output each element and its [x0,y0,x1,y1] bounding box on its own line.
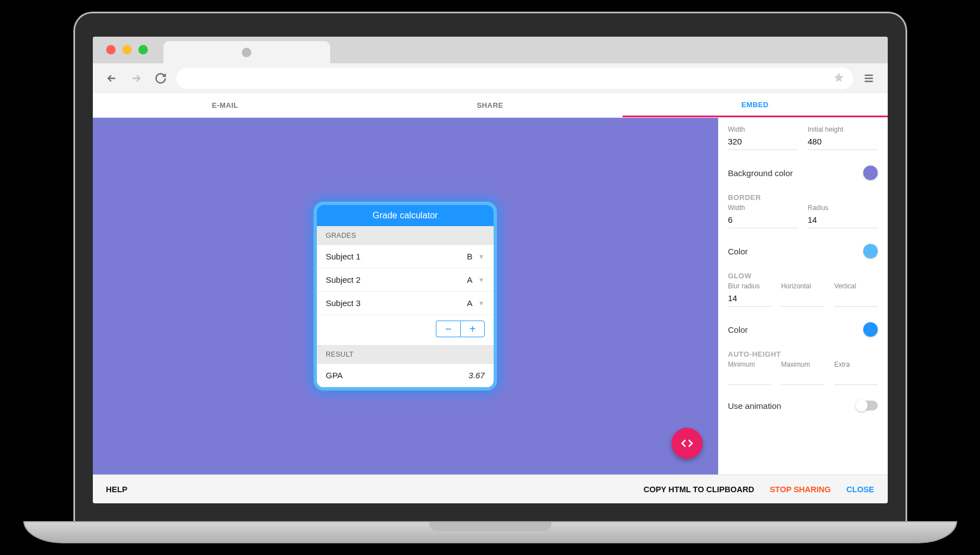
code-icon [680,437,694,450]
subject-name: Subject 3 [326,298,361,308]
glow-group-label: GLOW [728,264,878,282]
chevron-down-icon: ▼ [478,253,485,261]
laptop-bezel: E-MAIL SHARE EMBED Grade calculator GRAD… [73,12,907,521]
copy-html-button[interactable]: COPY HTML TO CLIPBOARD [644,485,754,494]
ah-min-field: Minimum [728,361,772,385]
laptop-base [23,521,957,543]
ah-min-input[interactable] [728,371,772,385]
border-radius-field: Radius [808,204,878,228]
app-tabs: E-MAIL SHARE EMBED [93,93,888,118]
chevron-down-icon: ▼ [478,299,485,307]
browser-tab-bar [93,37,888,63]
subject-grade: A [467,298,472,308]
use-animation-toggle[interactable] [857,401,878,411]
border-radius-input[interactable] [808,214,878,228]
border-radius-label: Radius [808,204,878,212]
border-color-label: Color [728,247,748,256]
subject-name: Subject 1 [326,252,361,261]
ah-extra-field: Extra [834,361,878,385]
initial-height-input[interactable] [808,136,878,150]
width-field: Width [728,126,798,150]
border-group-label: BORDER [728,186,878,204]
embed-preview: Grade calculator GRADES Subject 1 B ▼ Su… [93,118,718,474]
ah-max-label: Maximum [781,361,824,368]
result-section-label: RESULT [317,345,494,364]
ah-extra-label: Extra [834,361,878,368]
subject-row[interactable]: Subject 2 A ▼ [317,268,494,292]
stop-sharing-button[interactable]: STOP SHARING [770,485,831,494]
background-color-swatch[interactable] [863,166,878,180]
border-color-swatch[interactable] [863,244,878,258]
glow-vertical-label: Vertical [834,282,878,290]
grades-section-label: GRADES [317,226,494,245]
main-area: Grade calculator GRADES Subject 1 B ▼ Su… [93,118,888,474]
subject-row[interactable]: Subject 1 B ▼ [317,245,494,268]
ah-max-input[interactable] [781,371,824,385]
width-input[interactable] [728,136,798,150]
add-subject-button[interactable]: + [460,321,485,337]
forward-icon[interactable] [127,69,145,87]
width-label: Width [728,126,798,133]
ah-min-label: Minimum [728,361,772,368]
glow-blur-label: Blur radius [728,282,772,290]
back-icon[interactable] [103,69,121,87]
glow-color-row: Color [728,317,878,342]
hamburger-menu-icon[interactable] [860,69,878,87]
glow-blur-input[interactable] [728,292,772,307]
address-bar[interactable] [176,68,853,89]
tab-email-label: E-MAIL [212,101,238,109]
laptop-frame: E-MAIL SHARE EMBED Grade calculator GRAD… [73,12,907,543]
tab-share[interactable]: SHARE [357,93,623,117]
copy-html-label: COPY HTML TO CLIPBOARD [644,485,754,494]
subject-row[interactable]: Subject 3 A ▼ [317,292,494,315]
gpa-label: GPA [326,371,343,380]
glow-horizontal-label: Horizontal [781,282,824,290]
tab-share-label: SHARE [477,101,504,109]
tab-embed-label: EMBED [742,101,769,109]
browser-toolbar [93,63,888,93]
code-fab-button[interactable] [671,428,703,459]
glow-color-label: Color [728,325,748,334]
widget-title: Grade calculator [317,205,494,226]
close-button[interactable]: CLOSE [847,485,874,494]
reload-icon[interactable] [152,69,170,87]
tab-favicon-placeholder [242,48,251,57]
background-color-label: Background color [728,168,793,178]
maximize-window-icon[interactable] [138,45,148,54]
glow-color-swatch[interactable] [863,322,878,337]
ah-max-field: Maximum [781,361,824,385]
help-button[interactable]: HELP [106,485,128,494]
bookmark-star-icon[interactable] [833,72,844,85]
border-color-row: Color [728,238,878,264]
glow-vertical-field: Vertical [834,282,878,307]
glow-vertical-input[interactable] [834,292,878,307]
gpa-value: 3.67 [469,371,485,380]
autoheight-group-label: AUTO-HEIGHT [728,342,878,361]
glow-horizontal-input[interactable] [781,292,824,307]
add-remove-row: − + [317,315,494,345]
tab-embed[interactable]: EMBED [623,93,888,117]
subject-grade: A [467,275,472,284]
border-width-label: Width [728,204,798,212]
border-width-input[interactable] [728,214,798,228]
use-animation-row: Use animation [728,395,878,416]
browser-chrome [93,37,888,93]
use-animation-label: Use animation [728,401,782,411]
screen-content: E-MAIL SHARE EMBED Grade calculator GRAD… [93,37,888,503]
background-color-row: Background color [728,160,878,186]
close-window-icon[interactable] [106,45,116,54]
minimize-window-icon[interactable] [122,45,132,54]
remove-subject-button[interactable]: − [436,321,460,337]
help-label: HELP [106,485,128,494]
footer-bar: HELP COPY HTML TO CLIPBOARD STOP SHARING… [93,474,888,503]
settings-panel: Width Initial height Background color BO… [718,118,888,474]
glow-blur-field: Blur radius [728,282,772,307]
initial-height-field: Initial height [808,126,878,150]
glow-horizontal-field: Horizontal [781,282,824,307]
stop-sharing-label: STOP SHARING [770,485,831,494]
ah-extra-input[interactable] [834,371,878,385]
chevron-down-icon: ▼ [478,276,485,284]
browser-tab[interactable] [163,41,330,63]
tab-email[interactable]: E-MAIL [93,93,358,117]
laptop-notch [429,522,551,531]
